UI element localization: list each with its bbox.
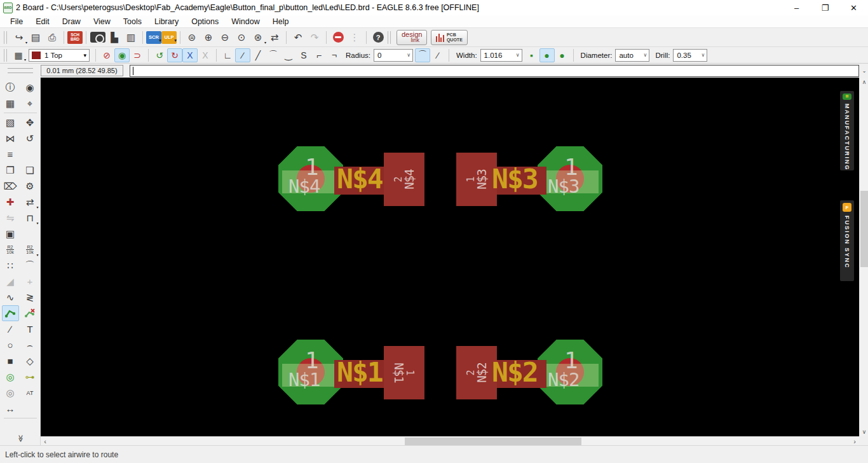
fusion-sync-tab[interactable]: FFUSION SYNC xyxy=(840,200,854,281)
paste-icon[interactable]: ❏ xyxy=(22,162,39,178)
run-script-button[interactable]: SCR▾ xyxy=(146,31,161,44)
bend-arc-up-icon[interactable]: ⌒ xyxy=(266,48,281,62)
rotate-icon[interactable]: ↺ xyxy=(22,130,39,146)
route-walkaround-obstacles-icon[interactable]: ◉ xyxy=(114,48,130,62)
bend-90-straight-icon[interactable]: ¬ xyxy=(327,48,342,62)
redo-icon[interactable]: ↷ xyxy=(306,30,323,45)
zoom-fit-icon[interactable]: ⊜ xyxy=(184,30,200,45)
horizontal-scrollbar[interactable]: ‹ › xyxy=(41,436,859,445)
toolbar-grip[interactable] xyxy=(4,31,7,44)
design-link-button[interactable]: designlink xyxy=(397,30,427,45)
manufacturing-tab[interactable]: ⌗MANUFACTURING xyxy=(840,91,854,170)
menu-view[interactable]: View xyxy=(87,15,117,27)
route-push-obstacles-icon[interactable]: ⊃ xyxy=(130,48,145,62)
miter-round-icon[interactable]: ⌒ xyxy=(415,48,430,62)
command-input[interactable] xyxy=(130,65,859,77)
run-ulp-button[interactable]: ULP▾ xyxy=(161,31,177,44)
scroll-down-icon[interactable]: ∨ xyxy=(860,427,868,436)
library-manager-icon[interactable]: ▥ xyxy=(123,30,139,45)
bend-arc-down-icon[interactable]: ‿ xyxy=(281,48,296,62)
value-icon[interactable]: R210k xyxy=(2,242,19,258)
toolbar-grip[interactable] xyxy=(4,49,7,62)
optimize-icon[interactable]: + xyxy=(22,273,39,289)
miter-fill-icon[interactable]: ◢ xyxy=(2,273,19,289)
menu-help[interactable]: Help xyxy=(266,15,295,27)
smd-pad[interactable]: 2N$2 xyxy=(456,346,497,399)
zoom-redraw-icon[interactable]: ⊛▾ xyxy=(250,30,266,45)
arc-icon[interactable]: ⌢ xyxy=(22,337,39,353)
miter-straight-icon[interactable]: ∕ xyxy=(430,48,445,62)
mirror-icon[interactable]: ⋈ xyxy=(2,130,19,146)
save-icon[interactable]: ▤ xyxy=(27,30,44,45)
menu-library[interactable]: Library xyxy=(148,15,185,27)
width-select[interactable]: 1.016∨ xyxy=(480,49,522,62)
add-part-icon[interactable]: ✚ xyxy=(2,194,19,210)
close-button[interactable]: ✕ xyxy=(839,0,868,15)
print-icon[interactable]: ⎙ xyxy=(44,30,60,45)
pinswap-icon[interactable]: ⇋ xyxy=(2,210,19,226)
toolbar-grip[interactable] xyxy=(8,68,33,73)
smd-pad[interactable]: 2N$4 xyxy=(384,153,424,206)
menu-window[interactable]: Window xyxy=(225,15,266,27)
vertical-scrollbar[interactable]: ∧ ∨ xyxy=(859,78,868,436)
smd-pad[interactable]: 1N$3 xyxy=(456,153,497,206)
bend-45-icon[interactable]: ∕ xyxy=(235,48,250,62)
via-round-icon[interactable]: ● xyxy=(539,48,555,62)
bend-90-round-icon[interactable]: ⌐ xyxy=(311,48,327,62)
move-icon[interactable]: ✥ xyxy=(22,114,39,130)
replace-icon[interactable]: ⇄▾ xyxy=(22,194,39,210)
menu-options[interactable]: Options xyxy=(185,15,225,27)
undo-icon[interactable]: ↶ xyxy=(290,30,306,45)
restore-button[interactable]: ❐ xyxy=(811,0,839,15)
horizontal-scroll-thumb[interactable] xyxy=(405,438,581,445)
smd-pad[interactable]: 1N$1 xyxy=(384,346,424,399)
menu-edit[interactable]: Edit xyxy=(29,15,56,27)
diameter-select[interactable]: auto∨ xyxy=(615,49,649,62)
more-tools-icon[interactable]: ≫ xyxy=(16,435,24,443)
schematic-board-toggle[interactable]: SCHBRD xyxy=(67,31,83,44)
polygon-icon[interactable]: ◇ xyxy=(22,353,39,369)
copy-icon[interactable]: ❐ xyxy=(2,162,19,178)
airwire-optimize-icon[interactable]: X xyxy=(182,48,198,62)
vertical-scroll-thumb[interactable] xyxy=(860,191,868,267)
menu-file[interactable]: File xyxy=(4,15,29,27)
bend-90-icon[interactable]: ∟ xyxy=(220,48,235,62)
cam-processor-icon[interactable]: ▙ xyxy=(106,30,123,45)
ripup-icon[interactable]: ∿ xyxy=(2,289,19,305)
mark-icon[interactable]: ⌖ xyxy=(22,95,39,111)
lock-icon[interactable]: ▣ xyxy=(2,226,19,242)
loop-removal-icon[interactable]: ↺ xyxy=(152,48,167,62)
scroll-right-icon[interactable]: › xyxy=(850,437,859,446)
pad-square-icon[interactable]: ▪ xyxy=(524,48,539,62)
show-icon[interactable]: ◉ xyxy=(22,79,39,95)
grid-settings-icon[interactable]: ▦▾ xyxy=(11,48,26,62)
ripup-signal-icon[interactable] xyxy=(22,305,39,321)
meander-icon[interactable]: ≷ xyxy=(22,289,39,305)
radius-select[interactable]: 0∨ xyxy=(374,49,413,62)
airwire-optimize-alt-icon[interactable]: X xyxy=(198,48,213,62)
smash-icon[interactable]: R210k▾ xyxy=(22,242,39,258)
circle-icon[interactable]: ○ xyxy=(2,337,19,353)
wire-icon[interactable]: ∕ xyxy=(2,321,19,337)
drill-select[interactable]: 0.35∨ xyxy=(673,49,707,62)
miter-icon[interactable]: ⌒ xyxy=(22,258,39,273)
text-icon[interactable]: T xyxy=(22,321,39,337)
route-ignore-obstacles-icon[interactable]: ⊘ xyxy=(99,48,114,62)
info-icon[interactable]: ⓘ xyxy=(2,79,19,95)
toolbar-grip[interactable] xyxy=(388,31,391,44)
menu-draw[interactable]: Draw xyxy=(56,15,87,27)
scroll-up-icon[interactable]: ∧ xyxy=(860,78,868,86)
rect-icon[interactable]: ■ xyxy=(2,353,19,369)
menu-tools[interactable]: Tools xyxy=(117,15,148,27)
scroll-left-icon[interactable]: ‹ xyxy=(41,437,50,446)
delete-icon[interactable]: ⌦ xyxy=(2,178,19,194)
bend-free-icon[interactable]: ╱ xyxy=(250,48,266,62)
name-icon[interactable]: ≡ xyxy=(2,146,19,162)
attribute-icon[interactable]: AT xyxy=(22,385,39,401)
change-icon[interactable]: ⚙ xyxy=(22,178,39,194)
group-icon[interactable]: ▧ xyxy=(2,114,19,130)
dimension-icon[interactable]: ↔ xyxy=(2,401,19,417)
command-history-dropdown-icon[interactable]: ⌄ xyxy=(860,68,868,74)
pcb-quote-button[interactable]: PCBQUOTE xyxy=(431,30,467,45)
signal-icon[interactable]: ⊶ xyxy=(22,369,39,385)
